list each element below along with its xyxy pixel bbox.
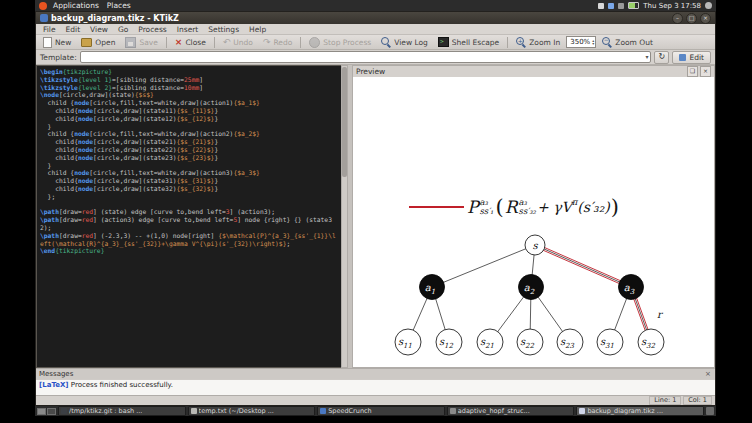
messages-title: Messages — [39, 370, 704, 378]
save-button[interactable]: Save — [121, 36, 161, 49]
document-icon — [450, 408, 456, 414]
window-title: backup_diagram.tikz - KTikZ — [51, 14, 669, 23]
formula-P: P — [467, 197, 478, 217]
code-line: \node[circle,draw](state){$s$} — [40, 91, 339, 99]
menu-help[interactable]: Help — [244, 25, 271, 34]
minimize-button[interactable]: – — [672, 13, 683, 24]
menu-view[interactable]: View — [85, 25, 113, 34]
formula-rparen: ) — [611, 195, 619, 219]
workspace-switcher[interactable] — [37, 408, 56, 415]
undo-button[interactable]: ↶Undo — [219, 37, 257, 48]
action-node-a2: a2 — [519, 275, 544, 300]
titlebar[interactable]: backup_diagram.tikz - KTikZ – □ × — [36, 12, 715, 24]
bellman-formula: P a₃ss′₁ ( R a₃ss′₃₂ + γV π (s′₃₂) ) — [409, 195, 620, 219]
stop-process-button[interactable]: Stop Process — [305, 36, 375, 49]
latex-tag: [LaTeX] — [39, 381, 69, 389]
taskbar-button-text-editor[interactable]: temp.txt (~/Desktop ... — [188, 406, 316, 416]
reload-template-button[interactable]: ↻ — [654, 51, 669, 64]
new-file-icon — [43, 37, 52, 48]
editor-scrollbar[interactable] — [341, 65, 348, 368]
calculator-icon — [320, 408, 326, 414]
taskbar-button-calculator[interactable]: SpeedCrunch — [317, 406, 445, 416]
scrollbar-thumb[interactable] — [342, 67, 347, 177]
code-line: \tikzstyle{level 1}=[sibling distance=25… — [40, 76, 339, 84]
maximize-button[interactable]: □ — [686, 13, 697, 24]
menu-settings[interactable]: Settings — [203, 25, 244, 34]
top-panel: Applications Places Thu Sep 3 17:58 — [35, 0, 716, 11]
template-row: Template: ▾ ↻ Edit — [36, 50, 715, 65]
messages-header: Messages × — [36, 368, 715, 379]
zoom-out-button[interactable]: Zoom Out — [598, 36, 657, 48]
code-line: child{node[circle,draw](state23){$s_{23}… — [40, 154, 339, 162]
status-col: Col: 1 — [683, 396, 712, 405]
menu-process[interactable]: Process — [133, 25, 171, 34]
close-panel-icon[interactable]: × — [700, 66, 711, 77]
template-combobox[interactable]: ▾ — [80, 51, 652, 63]
formula-tail: (s′₃₂) — [577, 199, 610, 215]
close-button[interactable]: × — [700, 13, 711, 24]
notification-icon[interactable] — [598, 3, 604, 9]
menu-edit[interactable]: Edit — [61, 25, 86, 34]
text-editor-icon — [191, 408, 197, 414]
spin-arrows-icon[interactable]: ▴▾ — [592, 39, 594, 46]
zoom-in-button[interactable]: Zoom In — [512, 36, 564, 48]
taskbar-button-ktikz[interactable]: backup_diagram.tikz ... — [576, 406, 704, 416]
preview-header: Preview ❏ × — [353, 66, 714, 77]
close-messages-icon[interactable]: × — [704, 370, 712, 378]
shell-escape-button[interactable]: Shell Escape — [434, 36, 503, 48]
volume-icon[interactable] — [618, 3, 624, 9]
close-file-button[interactable]: ×Close — [171, 37, 210, 48]
clock[interactable]: Thu Sep 3 17:58 — [643, 2, 701, 10]
terminal-icon — [438, 37, 449, 47]
preview-title: Preview — [356, 67, 685, 76]
taskbar-button-terminal[interactable]: /tmp/ktikz.git : bash ... — [58, 406, 186, 416]
workspace-1[interactable] — [37, 408, 46, 415]
new-button[interactable]: New — [39, 36, 75, 49]
taskbar-button-document[interactable]: adaptive_hopf_struc... — [447, 406, 575, 416]
svg-text:s: s — [532, 240, 538, 251]
code-line: \begin{tikzpicture} — [40, 68, 339, 76]
menu-file[interactable]: File — [38, 25, 61, 34]
ubuntu-logo-icon[interactable] — [39, 2, 47, 10]
network-icon[interactable] — [608, 3, 614, 9]
view-log-button[interactable]: View Log — [377, 36, 432, 48]
session-menu-icon[interactable] — [705, 2, 712, 9]
messages-body: [LaTeX] Process finished successfully. — [36, 379, 715, 395]
formula-P-scripts: a₃ss′₁ — [479, 198, 493, 216]
taskbar: /tmp/ktikz.git : bash ...temp.txt (~/Des… — [35, 406, 716, 416]
code-line: \path[draw=red] (action3) edge [curve to… — [40, 216, 339, 232]
leaf-node-s23: s23 — [557, 329, 583, 355]
ktikz-icon — [579, 408, 585, 414]
code-line: \end{tikzpicture} — [40, 247, 339, 255]
formula-mid: + γV — [537, 199, 572, 215]
code-line — [40, 201, 339, 209]
ktikz-window: backup_diagram.tikz - KTikZ – □ × FileEd… — [35, 11, 716, 406]
code-editor[interactable]: \begin{tikzpicture}\tikzstyle{level 1}=[… — [36, 65, 341, 368]
reward-edge-label: r — [657, 309, 664, 320]
zoom-in-icon — [516, 37, 524, 45]
toolbar: New Open Save ×Close ↶Undo ↷Redo Stop Pr… — [36, 35, 715, 50]
task-buttons: /tmp/ktikz.git : bash ...temp.txt (~/Des… — [58, 406, 704, 416]
leaf-node-s31: s31 — [597, 329, 623, 355]
status-line: Line: 1 — [649, 396, 681, 405]
desktop: Applications Places Thu Sep 3 17:58 back… — [35, 0, 716, 416]
open-button[interactable]: Open — [77, 36, 119, 48]
code-line: child{node[circle,draw](state11){$s_{11}… — [40, 107, 339, 115]
zoom-out-icon — [602, 37, 610, 45]
redo-button[interactable]: ↷Redo — [259, 37, 296, 48]
save-disk-icon — [125, 37, 136, 48]
trash-icon[interactable] — [706, 407, 714, 415]
float-panel-icon[interactable]: ❏ — [687, 66, 698, 77]
menu-go[interactable]: Go — [113, 25, 133, 34]
code-line: child{node[circle,draw](state31){$s_{31}… — [40, 177, 339, 185]
screenshot-root: Applications Places Thu Sep 3 17:58 back… — [0, 0, 752, 423]
battery-icon[interactable] — [628, 2, 639, 9]
zoom-level-spinbox[interactable]: 350%▴▾ — [566, 36, 596, 48]
terminal-icon — [61, 408, 67, 414]
applications-menu[interactable]: Applications — [51, 1, 101, 10]
places-menu[interactable]: Places — [105, 1, 133, 10]
code-line: child {node[circle,fill,text=white,draw]… — [40, 130, 339, 138]
edit-template-button[interactable]: Edit — [672, 51, 711, 64]
workspace-2[interactable] — [47, 408, 56, 415]
menu-insert[interactable]: Insert — [172, 25, 204, 34]
